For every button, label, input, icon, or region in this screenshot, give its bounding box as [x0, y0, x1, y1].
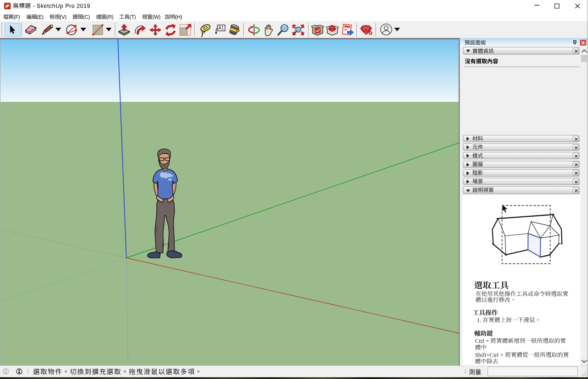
svg-text:A1: A1	[218, 25, 224, 30]
